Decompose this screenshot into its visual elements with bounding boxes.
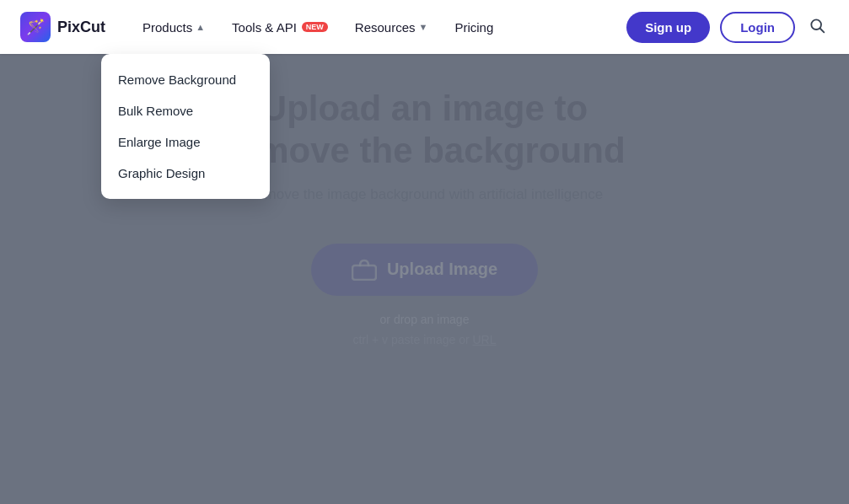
- dropdown-remove-background[interactable]: Remove Background: [101, 64, 270, 95]
- signup-button[interactable]: Sign up: [626, 12, 710, 43]
- nav-resources[interactable]: Resources ▼: [345, 13, 438, 41]
- login-button[interactable]: Login: [720, 12, 795, 43]
- nav-products-label: Products: [142, 20, 192, 35]
- dropdown-graphic-design[interactable]: Graphic Design: [101, 158, 270, 189]
- nav-resources-label: Resources: [355, 20, 416, 35]
- chevron-down-icon-resources: ▼: [419, 22, 428, 32]
- nav-pricing-label: Pricing: [454, 20, 493, 35]
- tools-new-badge: NEW: [302, 22, 328, 32]
- brand-name: PixCut: [57, 19, 105, 36]
- logo-icon: 🪄: [20, 12, 51, 42]
- nav-products[interactable]: Products ▲: [132, 13, 215, 41]
- navbar: 🪄 PixCut Products ▲ Tools & API NEW Reso…: [0, 0, 849, 54]
- nav-tools-api-label: Tools & API: [232, 20, 297, 35]
- search-button[interactable]: [805, 13, 829, 41]
- dropdown-enlarge-image[interactable]: Enlarge Image: [101, 126, 270, 158]
- search-icon: [809, 17, 825, 34]
- products-dropdown: Remove Background Bulk Remove Enlarge Im…: [101, 54, 270, 199]
- svg-line-1: [820, 28, 825, 32]
- logo-area[interactable]: 🪄 PixCut: [20, 12, 105, 42]
- nav-right: Sign up Login: [626, 12, 829, 43]
- dropdown-bulk-remove[interactable]: Bulk Remove: [101, 95, 270, 126]
- chevron-down-icon: ▲: [196, 22, 205, 32]
- nav-tools-api[interactable]: Tools & API NEW: [222, 13, 338, 41]
- nav-items: Products ▲ Tools & API NEW Resources ▼ P…: [132, 13, 626, 41]
- nav-pricing[interactable]: Pricing: [444, 13, 503, 41]
